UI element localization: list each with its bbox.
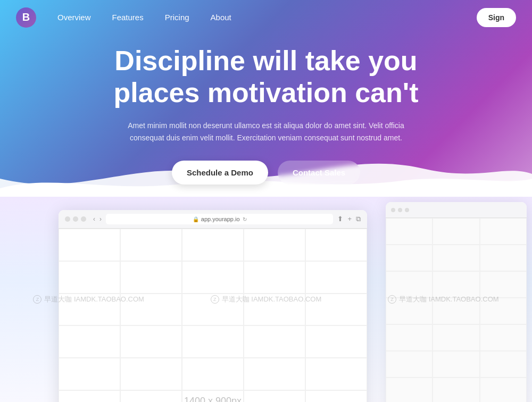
refresh-icon: ↻: [243, 216, 247, 222]
grid-cell: [480, 245, 527, 271]
grid-cell: [480, 218, 527, 245]
logo: B: [16, 7, 36, 28]
grid-cell: [120, 229, 182, 261]
back-icon: ‹: [93, 215, 95, 223]
grid-cell: [59, 261, 120, 294]
browser-dot-1: [65, 216, 70, 222]
grid-cell: [182, 325, 244, 358]
grid-cell: [182, 229, 244, 261]
grid-cell: [59, 358, 120, 390]
grid-cell: [480, 378, 527, 402]
grid-cell: [480, 298, 527, 324]
grid-cell: [386, 351, 433, 378]
demo-button[interactable]: Schedule a Demo: [172, 161, 268, 185]
grid-cell: [386, 298, 433, 324]
hero-section: B Overview Features Pricing About Sign D…: [0, 0, 532, 197]
hero-content: Discipline will take you places motivati…: [0, 35, 532, 185]
nav-links: Overview Features Pricing About: [57, 13, 477, 22]
grid-cell: [244, 358, 305, 390]
browser-mockup-main: ‹ › 🔒 app.yourapp.io ↻ ⬆ + ⧉: [59, 210, 367, 402]
browser-mockup-secondary: 2532 x 1170px: [386, 202, 527, 402]
grid-cell: [433, 245, 479, 271]
browser-content-grid: [59, 229, 367, 402]
hero-buttons: Schedule a Demo Contact Sales: [16, 161, 516, 185]
grid-cell: [433, 298, 479, 324]
grid-cell: [244, 325, 305, 358]
add-tab-icon: +: [347, 215, 352, 223]
grid-cell: [120, 358, 182, 390]
browser-action-icons: ⬆ + ⧉: [337, 215, 361, 223]
browser-dot-2: [73, 216, 78, 222]
grid-cell: [480, 324, 527, 351]
share-icon: ⬆: [337, 215, 343, 223]
forward-icon: ›: [99, 215, 102, 223]
browser-dot-3: [81, 216, 86, 222]
grid-cell: [305, 294, 367, 326]
grid-cell: [305, 229, 367, 261]
sec-dot-1: [391, 208, 395, 212]
nav-pricing[interactable]: Pricing: [165, 13, 189, 22]
grid-cell: [120, 294, 182, 326]
grid-cell: [305, 390, 367, 402]
browser-address-bar: 🔒 app.yourapp.io ↻: [106, 214, 333, 224]
grid-cell: [305, 261, 367, 294]
grid-cell: [120, 261, 182, 294]
grid-cell: [386, 324, 433, 351]
nav-overview[interactable]: Overview: [57, 13, 91, 22]
sign-button[interactable]: Sign: [477, 8, 516, 27]
lock-icon: 🔒: [193, 216, 199, 222]
mockup-main-label: 1400 x 900px: [184, 396, 242, 402]
grid-cell: [59, 229, 120, 261]
browser-toolbar-main: ‹ › 🔒 app.yourapp.io ↻ ⬆ + ⧉: [59, 210, 367, 229]
grid-cell: [433, 271, 479, 298]
lower-section: ‹ › 🔒 app.yourapp.io ↻ ⬆ + ⧉: [0, 197, 532, 402]
grid-cell: [59, 294, 120, 326]
browser-nav-icons: ‹ ›: [93, 215, 102, 223]
grid-cell: [120, 325, 182, 358]
grid-cell: [480, 271, 527, 298]
watermark-circle: Z: [33, 295, 41, 304]
grid-cell: [182, 261, 244, 294]
grid-cell: [433, 351, 479, 378]
grid-cell: [305, 358, 367, 390]
sales-button[interactable]: Contact Sales: [278, 161, 360, 185]
grid-cell: [386, 218, 433, 245]
grid-cell: [433, 218, 479, 245]
grid-cell: [120, 390, 182, 402]
grid-cell: [182, 294, 244, 326]
grid-cell: [305, 325, 367, 358]
grid-cell: [433, 324, 479, 351]
grid-cell: [182, 358, 244, 390]
nav-about[interactable]: About: [211, 13, 231, 22]
sec-dot-2: [398, 208, 402, 212]
grid-cell: [386, 271, 433, 298]
grid-cell: [433, 378, 479, 402]
hero-title: Discipline will take you places motivati…: [80, 45, 452, 109]
grid-cell: [480, 351, 527, 378]
grid-cell: [386, 378, 433, 402]
grid-cell: [244, 390, 305, 402]
nav-features[interactable]: Features: [112, 13, 144, 22]
grid-cell: [244, 261, 305, 294]
tabs-icon: ⧉: [356, 215, 361, 223]
grid-cell: [244, 229, 305, 261]
grid-cell: [59, 390, 120, 402]
grid-cell: [386, 245, 433, 271]
grid-cell: [244, 294, 305, 326]
browser-dots: [65, 216, 86, 222]
hero-subtitle: Amet minim mollit non deserunt ullamco e…: [128, 120, 404, 145]
navbar: B Overview Features Pricing About Sign: [0, 0, 532, 35]
grid-cell: [59, 325, 120, 358]
browser-toolbar-secondary: [386, 202, 527, 218]
secondary-browser-content: [386, 218, 527, 402]
sec-dot-3: [405, 208, 409, 212]
